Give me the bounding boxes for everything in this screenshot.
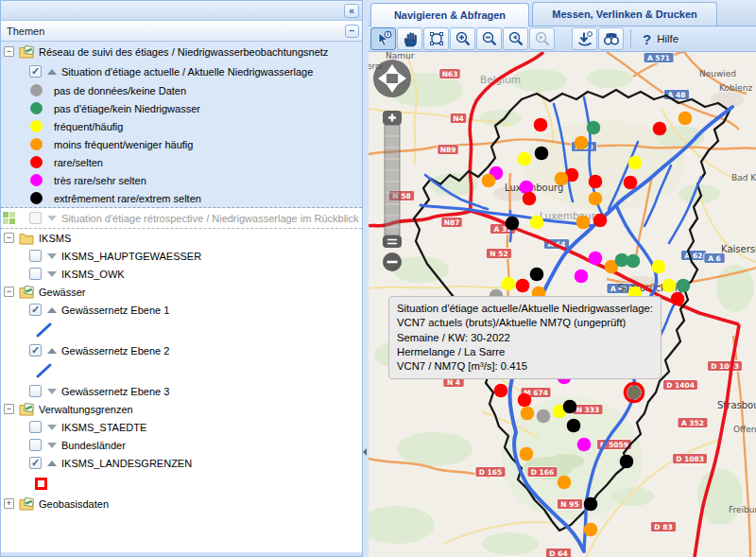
tree-node-reseau[interactable]: Réseau de suivi des étiages / Niedrigwas…: [1, 42, 362, 61]
station-dot-black[interactable]: [567, 419, 581, 433]
layer-checkbox-unchecked[interactable]: [29, 439, 42, 451]
legend-expand-icon[interactable]: [47, 443, 57, 448]
tree-node-label[interactable]: IKSMS_HAUPTGEWAESSER: [61, 251, 201, 262]
splitter-collapse-icon[interactable]: [363, 448, 367, 456]
layer-checkbox-unchecked[interactable]: [29, 268, 42, 280]
tree-node-landesgrenzen[interactable]: IKSMS_LANDESGRENZEN: [1, 454, 362, 472]
tree-node-geobasisdaten[interactable]: Geobasisdaten: [1, 495, 362, 513]
tree-node-label[interactable]: Situation d'étiage rétrospective / Niedr…: [61, 213, 359, 224]
station-dot-magenta[interactable]: [589, 252, 603, 266]
previous-extent-button[interactable]: [503, 27, 528, 50]
expand-box-icon[interactable]: [4, 498, 14, 509]
tree-node-label[interactable]: IKSMS: [39, 233, 71, 244]
next-extent-button[interactable]: [529, 27, 555, 50]
zoom-box-tool-button[interactable]: [423, 27, 449, 50]
tree-node-staedte[interactable]: IKSMS_STAEDTE: [1, 418, 362, 436]
station-dot-magenta[interactable]: [577, 438, 592, 452]
help-button[interactable]: Hilfe: [657, 33, 679, 44]
search-tool-button[interactable]: [598, 27, 624, 50]
zoom-out-button[interactable]: [476, 27, 502, 50]
station-dot-red[interactable]: [516, 279, 530, 293]
station-dot-orange[interactable]: [482, 174, 496, 188]
station-dot-yellow[interactable]: [662, 279, 677, 293]
layer-checkbox-checked[interactable]: [29, 344, 42, 357]
station-dot-red[interactable]: [671, 292, 685, 306]
identify-tool-button[interactable]: [370, 27, 396, 50]
tree-node-label[interactable]: IKSMS_STAEDTE: [61, 422, 146, 433]
station-dot-yellow[interactable]: [518, 152, 532, 166]
tree-node-label[interactable]: Geobasisdaten: [39, 498, 109, 510]
station-dot-orange[interactable]: [576, 216, 591, 230]
help-icon[interactable]: ?: [643, 31, 651, 47]
station-dot-yellow[interactable]: [502, 277, 516, 291]
collapse-panel-icon[interactable]: «: [344, 4, 359, 18]
station-dot-black[interactable]: [506, 217, 520, 231]
layer-checkbox-unchecked[interactable]: [29, 421, 42, 433]
station-dot-yellow[interactable]: [652, 260, 666, 274]
download-data-button[interactable]: [572, 27, 597, 50]
station-dot-red[interactable]: [624, 176, 638, 190]
station-dot-red[interactable]: [653, 122, 667, 136]
legend-expand-icon[interactable]: [47, 216, 57, 221]
map-viewport[interactable]: A 571A 48A 60A 64A 62A 6A 620N63N4N89N 5…: [369, 52, 756, 557]
station-dot-green[interactable]: [587, 121, 601, 135]
station-dot-green[interactable]: [627, 254, 641, 269]
station-dot-orange[interactable]: [679, 112, 693, 126]
tree-node-label[interactable]: Gewässer: [39, 287, 86, 298]
zoom-slider[interactable]: [383, 111, 402, 271]
tree-node-situation-actuelle[interactable]: Situation d'étiage actuelle / Aktuelle N…: [1, 61, 362, 81]
tree-node-label[interactable]: IKSMS_OWK: [61, 269, 125, 280]
legend-expand-icon[interactable]: [47, 389, 57, 394]
layer-checkbox-checked[interactable]: [29, 65, 42, 78]
station-dot-orange[interactable]: [584, 523, 598, 537]
selected-station-dot[interactable]: [627, 386, 642, 400]
station-dot-black[interactable]: [530, 268, 544, 282]
collapse-box-icon[interactable]: [4, 404, 14, 414]
tree-node-label[interactable]: Gewässernetz Ebene 3: [61, 386, 169, 397]
tree-node-label[interactable]: Gewässernetz Ebene 2: [61, 345, 169, 357]
station-dot-red[interactable]: [494, 384, 508, 398]
station-dot-green[interactable]: [677, 279, 691, 293]
layer-checkbox-checked[interactable]: [29, 304, 42, 316]
station-dot-gray[interactable]: [537, 409, 551, 424]
tree-node-label[interactable]: Situation d'étiage actuelle / Aktuelle N…: [61, 66, 313, 78]
station-dot-red[interactable]: [589, 175, 603, 189]
tree-node-bundeslaender[interactable]: Bundesländer: [1, 436, 362, 454]
station-dot-orange[interactable]: [558, 476, 572, 490]
zoom-in-button[interactable]: [450, 27, 475, 50]
layer-checkbox-unchecked[interactable]: [29, 212, 42, 224]
tab-navigieren-abfragen[interactable]: Navigieren & Abfragen: [370, 3, 529, 26]
tree-node-label[interactable]: Gewässernetz Ebene 1: [61, 305, 169, 316]
layer-checkbox-checked[interactable]: [29, 457, 42, 469]
station-dot-orange[interactable]: [575, 136, 589, 150]
pan-tool-button[interactable]: [397, 27, 422, 50]
tree-node-hauptgewaesser[interactable]: IKSMS_HAUPTGEWAESSER: [1, 247, 362, 265]
tree-node-ebene3[interactable]: Gewässernetz Ebene 3: [1, 382, 362, 400]
legend-collapse-icon[interactable]: [47, 461, 57, 466]
collapse-box-icon[interactable]: [4, 287, 14, 297]
pan-control[interactable]: [373, 60, 411, 97]
station-dot-yellow[interactable]: [628, 156, 643, 170]
tree-node-label[interactable]: IKSMS_LANDESGRENZEN: [61, 458, 192, 469]
legend-collapse-icon[interactable]: [47, 307, 57, 313]
tree-node-label[interactable]: Verwaltungsgrenzen: [39, 404, 133, 415]
tree-node-label[interactable]: Réseau de suivi des étiages / Niedrigwas…: [39, 46, 328, 58]
station-dot-orange[interactable]: [520, 447, 534, 461]
station-dot-red[interactable]: [534, 118, 548, 132]
tree-node-ebene2[interactable]: Gewässernetz Ebene 2: [1, 341, 362, 359]
legend-expand-icon[interactable]: [47, 271, 57, 277]
station-dot-orange[interactable]: [589, 192, 603, 206]
tree-node-label[interactable]: Bundesländer: [61, 440, 126, 451]
tree-node-verwaltungsgrenzen[interactable]: Verwaltungsgrenzen: [1, 400, 362, 418]
station-dot-orange[interactable]: [521, 407, 535, 421]
legend-expand-icon[interactable]: [47, 253, 57, 259]
station-dot-magenta[interactable]: [575, 270, 589, 284]
layer-checkbox-unchecked[interactable]: [29, 250, 42, 262]
legend-expand-icon[interactable]: [47, 425, 57, 430]
tree-node-iksms[interactable]: IKSMS: [1, 229, 362, 247]
legend-collapse-icon[interactable]: [47, 69, 57, 75]
station-dot-orange[interactable]: [555, 172, 569, 186]
station-dot-black[interactable]: [563, 400, 577, 414]
station-dot-yellow[interactable]: [530, 216, 544, 230]
minimize-panel-icon[interactable]: −: [345, 25, 359, 38]
